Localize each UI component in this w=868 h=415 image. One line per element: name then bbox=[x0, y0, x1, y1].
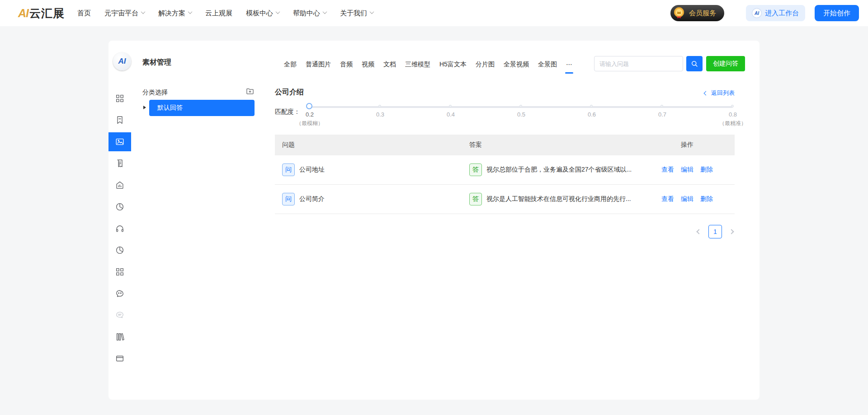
nav-item-metaverse[interactable]: 元宇宙平台 bbox=[104, 9, 145, 18]
sidebar-item-bookmark[interactable] bbox=[108, 109, 131, 131]
header-actions: 操作 bbox=[640, 141, 735, 149]
slider-dot[interactable] bbox=[519, 105, 522, 107]
sidebar-item-pie[interactable] bbox=[108, 196, 131, 218]
search-icon bbox=[690, 60, 698, 68]
slider-handle[interactable] bbox=[306, 103, 312, 109]
category-item-default-answer[interactable]: 默认回答 bbox=[149, 100, 255, 116]
chevron-down-icon bbox=[276, 9, 280, 14]
material-management-card: AI 素材管理 全部 普通图片 音频 视频 文档 三维模型 H5富文本 分片图 … bbox=[108, 41, 760, 400]
slider-max-note: （最精准） bbox=[715, 120, 751, 127]
slider-tick-0.8: 0.8 bbox=[724, 111, 742, 118]
sidebar-item-pie-2[interactable] bbox=[108, 239, 131, 261]
slider-dot[interactable] bbox=[590, 105, 593, 107]
member-service-label: 会员服务 bbox=[689, 9, 716, 18]
pagination: 1 bbox=[697, 225, 733, 238]
main-menu: 首页 元宇宙平台 解决方案 云上观展 模板中心 帮助中心 关于我们 bbox=[77, 9, 373, 18]
search-button[interactable] bbox=[686, 56, 703, 71]
answer-badge: 答 bbox=[469, 163, 482, 176]
bookmark-icon bbox=[115, 115, 125, 125]
tab-3d-model[interactable]: 三维模型 bbox=[405, 61, 430, 69]
current-page-button[interactable]: 1 bbox=[708, 225, 722, 238]
qa-table: 问题 答案 操作 问 公司地址 答 视尔总部位于合肥，业务遍及全国27个省级区域… bbox=[275, 135, 735, 214]
answer-text: 视尔总部位于合肥，业务遍及全国27个省级区域以... bbox=[486, 166, 632, 174]
sidebar-item-bookshelf[interactable] bbox=[108, 326, 131, 348]
image-icon bbox=[115, 137, 125, 147]
bookshelf-icon bbox=[115, 332, 125, 342]
nav-item-template-center[interactable]: 模板中心 bbox=[246, 9, 279, 18]
folder-plus-icon bbox=[245, 87, 255, 96]
delete-link[interactable]: 删除 bbox=[700, 166, 713, 174]
category-item-label: 默认回答 bbox=[157, 104, 183, 112]
nav-item-home[interactable]: 首页 bbox=[77, 9, 91, 18]
start-create-label: 开始创作 bbox=[823, 9, 850, 18]
tab-more[interactable]: ⋯ bbox=[566, 61, 572, 69]
window-icon bbox=[115, 354, 125, 364]
tab-all[interactable]: 全部 bbox=[284, 61, 297, 69]
brand-logo[interactable]: AI 云汇展 bbox=[18, 6, 65, 21]
chat-robot-icon bbox=[115, 289, 125, 298]
slider-dot[interactable] bbox=[731, 105, 734, 107]
start-create-button[interactable]: 开始创作 bbox=[815, 5, 859, 21]
chevron-down-icon bbox=[370, 9, 374, 14]
add-category-button[interactable] bbox=[245, 87, 255, 97]
slider-tick-0.4: 0.4 bbox=[442, 111, 460, 118]
tab-sliced-image[interactable]: 分片图 bbox=[476, 61, 495, 69]
sidebar-item-grid-2[interactable] bbox=[108, 261, 131, 283]
nav-item-cloud-exhibition[interactable]: 云上观展 bbox=[205, 9, 232, 18]
slider-dot[interactable] bbox=[378, 105, 381, 107]
sidebar-item-headphones[interactable] bbox=[108, 218, 131, 239]
nav-item-help-center[interactable]: 帮助中心 bbox=[293, 9, 326, 18]
match-degree-slider: 匹配度： 0.2 0.3 0.4 0.5 0.6 0.7 0.8 （最模糊） （… bbox=[275, 103, 735, 129]
tab-panorama-image[interactable]: 全景图 bbox=[538, 61, 557, 69]
page-background: AI 素材管理 全部 普通图片 音频 视频 文档 三维模型 H5富文本 分片图 … bbox=[0, 26, 868, 415]
slider-dot[interactable] bbox=[449, 105, 452, 107]
chevron-down-icon bbox=[141, 9, 146, 14]
grid-icon bbox=[115, 267, 125, 277]
slider-tick-0.7: 0.7 bbox=[653, 111, 671, 118]
chevron-down-icon bbox=[188, 9, 193, 14]
enter-workspace-button[interactable]: AI 进入工作台 bbox=[746, 5, 805, 21]
category-expand-arrow-icon[interactable] bbox=[143, 106, 146, 109]
material-sidebar bbox=[108, 88, 131, 369]
logo-name-text: 云汇展 bbox=[29, 6, 65, 21]
pie-chart-icon bbox=[115, 245, 125, 255]
view-link[interactable]: 查看 bbox=[661, 195, 674, 203]
sidebar-item-message[interactable] bbox=[108, 304, 131, 326]
tab-h5-richtext[interactable]: H5富文本 bbox=[439, 61, 467, 69]
tab-normal-image[interactable]: 普通图片 bbox=[306, 61, 331, 69]
tab-video[interactable]: 视频 bbox=[362, 61, 374, 69]
slider-dot[interactable] bbox=[660, 105, 663, 107]
create-qa-button[interactable]: 创建问答 bbox=[706, 56, 745, 71]
edit-link[interactable]: 编辑 bbox=[681, 166, 693, 174]
edit-link[interactable]: 编辑 bbox=[681, 195, 693, 203]
member-service-button[interactable]: 会员服务 bbox=[670, 5, 724, 21]
sidebar-item-window[interactable] bbox=[108, 348, 131, 369]
back-to-list-link[interactable]: 返回列表 bbox=[704, 89, 735, 97]
slider-tick-0.5: 0.5 bbox=[512, 111, 530, 118]
sidebar-item-document[interactable] bbox=[108, 153, 131, 174]
medal-icon bbox=[672, 6, 686, 20]
tab-panorama-video[interactable]: 全景视频 bbox=[504, 61, 529, 69]
enter-workspace-label: 进入工作台 bbox=[765, 9, 799, 18]
slider-tick-0.3: 0.3 bbox=[371, 111, 389, 118]
question-search-input[interactable] bbox=[594, 56, 683, 71]
slider-min-note: （最模糊） bbox=[292, 120, 328, 127]
sidebar-item-grid[interactable] bbox=[108, 88, 131, 109]
view-link[interactable]: 查看 bbox=[661, 166, 674, 174]
tab-audio[interactable]: 音频 bbox=[340, 61, 353, 69]
nav-item-about-us[interactable]: 关于我们 bbox=[340, 9, 373, 18]
nav-item-solutions[interactable]: 解决方案 bbox=[158, 9, 192, 18]
tab-document[interactable]: 文档 bbox=[383, 61, 396, 69]
next-page-icon[interactable] bbox=[729, 229, 734, 234]
sidebar-item-chat-robot[interactable] bbox=[108, 283, 131, 304]
sidebar-item-image-active[interactable] bbox=[108, 132, 131, 151]
sidebar-item-exhibition[interactable] bbox=[108, 174, 131, 196]
logo-ai-text: AI bbox=[18, 7, 28, 20]
question-badge: 问 bbox=[282, 163, 295, 176]
header-answer: 答案 bbox=[460, 141, 640, 149]
delete-link[interactable]: 删除 bbox=[700, 195, 713, 203]
top-nav: AI 云汇展 首页 元宇宙平台 解决方案 云上观展 模板中心 帮助中心 关于我们… bbox=[0, 0, 868, 26]
table-row: 问 公司简介 答 视尔是人工智能技术在信息可视化行业商用的先行... 查看 编辑… bbox=[275, 185, 735, 214]
answer-text: 视尔是人工智能技术在信息可视化行业商用的先行... bbox=[486, 195, 631, 203]
prev-page-icon[interactable] bbox=[696, 229, 701, 234]
